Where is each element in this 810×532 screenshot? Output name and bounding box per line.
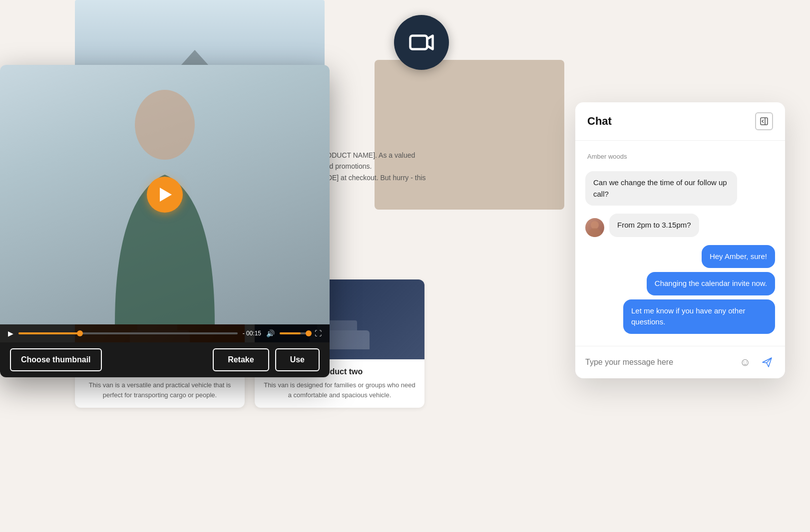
chat-messages-area: Amber woods Can we change the time of ou… (575, 141, 785, 346)
volume-icon[interactable]: 🔊 (266, 329, 275, 337)
sender-name: Amber woods (585, 153, 775, 160)
message-4: Changing the calendar invite now. (647, 272, 775, 295)
use-button[interactable]: Use (275, 348, 320, 371)
camera-icon (408, 29, 435, 56)
chat-input-area: ☺ (575, 346, 785, 378)
chat-header: Chat (575, 102, 785, 141)
product-1-desc: This van is a versatile and practical ve… (83, 380, 237, 400)
camera-icon-circle (394, 15, 449, 70)
background-text-area: [PRODUCT NAME]. As a valued ls and promo… (315, 150, 464, 183)
bg-text-line2: ls and promotions. (315, 161, 464, 172)
emoji-button[interactable]: ☺ (737, 354, 753, 370)
volume-bar[interactable] (280, 332, 310, 334)
chat-panel: Chat Amber woods Can we change the time … (575, 102, 785, 378)
avatar-image (585, 218, 604, 237)
volume-fill (280, 332, 301, 334)
outgoing-messages-group: Hey Amber, sure! Changing the calendar i… (585, 245, 775, 334)
volume-dot (306, 330, 312, 336)
chat-title: Chat (587, 115, 612, 128)
progress-bar[interactable] (18, 332, 238, 334)
video-container: ▶ - 00:15 🔊 ⛶ Choose thumbnail Retake Us… (0, 65, 330, 377)
choose-thumbnail-button[interactable]: Choose thumbnail (10, 348, 102, 371)
retake-button[interactable]: Retake (213, 348, 269, 371)
bg-text-line3: [CODE] at checkout. But hurry - this (315, 172, 464, 183)
message-2-with-avatar: From 2pm to 3.15pm? (585, 214, 775, 237)
progress-fill (18, 332, 80, 334)
send-icon (762, 357, 773, 368)
play-triangle-icon (160, 188, 172, 202)
action-buttons-bar: Choose thumbnail Retake Use (0, 342, 330, 377)
message-1: Can we change the time of our follow up … (585, 171, 737, 206)
svg-rect-0 (410, 36, 427, 49)
user-avatar (585, 218, 604, 237)
fullscreen-icon[interactable]: ⛶ (315, 329, 322, 337)
product-2-desc: This van is designed for families or gro… (263, 380, 416, 400)
play-button[interactable] (147, 177, 183, 213)
video-controls-bar: ▶ - 00:15 🔊 ⛶ (0, 324, 330, 342)
send-button[interactable] (759, 354, 775, 370)
message-2: From 2pm to 3.15pm? (609, 214, 699, 237)
play-pause-icon[interactable]: ▶ (8, 329, 13, 337)
progress-dot (77, 330, 83, 336)
message-3: Hey Amber, sure! (702, 245, 775, 268)
bg-text-line1: [PRODUCT NAME]. As a valued (315, 150, 464, 161)
svg-marker-1 (427, 36, 432, 49)
svg-point-5 (591, 221, 599, 229)
message-5: Let me know if you have any other questi… (623, 299, 775, 334)
svg-point-2 (135, 90, 195, 160)
video-area (0, 65, 330, 324)
chat-input-field[interactable] (585, 358, 731, 367)
beige-bg-card (375, 60, 564, 210)
chat-close-button[interactable] (755, 112, 773, 130)
sidebar-toggle-icon (760, 117, 768, 125)
time-display: - 00:15 (243, 330, 261, 337)
